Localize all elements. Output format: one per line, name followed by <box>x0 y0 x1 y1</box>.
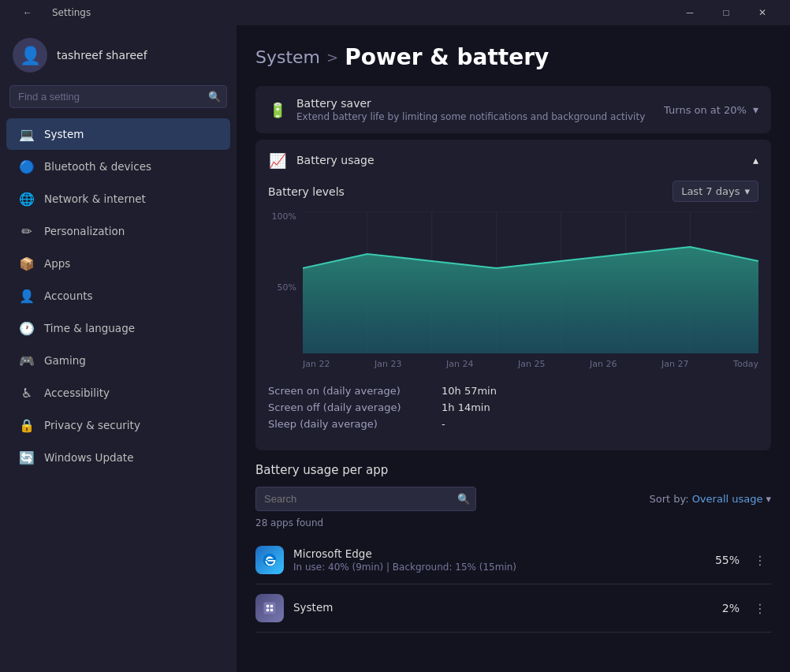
update-icon: 🔄 <box>19 450 35 465</box>
breadcrumb: System > Power & battery <box>255 44 771 70</box>
sidebar-item-label-network: Network & internet <box>44 192 146 205</box>
sidebar-item-label-accounts: Accounts <box>44 289 93 302</box>
battery-saver-desc: Extend battery life by limiting some not… <box>296 111 645 122</box>
titlebar-left: ← Settings <box>9 0 91 25</box>
app-usage-system: 2% <box>722 602 740 614</box>
sidebar-item-system[interactable]: 💻 System <box>6 118 230 150</box>
chart-x-label-jan27: Jan 27 <box>661 359 688 369</box>
app-icon-edge <box>255 546 284 574</box>
period-dropdown[interactable]: Last 7 days ▾ <box>673 181 758 202</box>
svg-rect-10 <box>264 603 276 614</box>
gaming-icon: 🎮 <box>19 353 35 368</box>
close-button[interactable]: ✕ <box>744 0 781 25</box>
search-icon: 🔍 <box>208 91 221 103</box>
battery-usage-card: 📈 Battery usage ▴ Battery levels Last 7 … <box>255 140 771 450</box>
stat-sleep-label: Sleep (daily average) <box>268 418 442 430</box>
battery-saver-card: 🔋 Battery saver Extend battery life by l… <box>255 86 771 133</box>
app-row-system: System 2% ⋮ <box>255 584 771 633</box>
battery-saver-right: Turns on at 20% ▾ <box>664 103 758 116</box>
apps-found: 28 apps found <box>255 517 771 528</box>
svg-rect-12 <box>270 605 273 607</box>
battery-usage-header[interactable]: 📈 Battery usage ▴ <box>255 140 771 181</box>
sidebar-item-gaming[interactable]: 🎮 Gaming <box>6 345 230 376</box>
stat-screen-off-value: 1h 14min <box>442 401 490 413</box>
sidebar-item-label-accessibility: Accessibility <box>44 386 110 399</box>
stat-screen-on: Screen on (daily average) 10h 57min <box>268 385 758 397</box>
sidebar-item-accessibility[interactable]: ♿ Accessibility <box>6 377 230 409</box>
sidebar-item-label-privacy: Privacy & security <box>44 419 140 431</box>
svg-rect-11 <box>266 605 269 607</box>
chart-x-label-jan25: Jan 25 <box>518 359 545 369</box>
sidebar: 👤 tashreef shareef 🔍 💻 System 🔵 Bluetoot… <box>0 25 237 672</box>
chart-x-label-jan24: Jan 24 <box>446 359 473 369</box>
accessibility-icon: ♿ <box>19 385 35 401</box>
stat-sleep-value: - <box>442 418 445 430</box>
titlebar: ← Settings ─ □ ✕ <box>0 0 790 25</box>
breadcrumb-separator: > <box>326 49 338 65</box>
chart-area <box>303 211 758 353</box>
main-content: System > Power & battery 🔋 Battery saver… <box>237 25 790 672</box>
sidebar-item-apps[interactable]: 📦 Apps <box>6 248 230 279</box>
sidebar-item-network[interactable]: 🌐 Network & internet <box>6 183 230 215</box>
battery-saver-header[interactable]: 🔋 Battery saver Extend battery life by l… <box>255 86 771 133</box>
app-info-system: System <box>293 601 722 615</box>
back-button[interactable]: ← <box>9 0 46 25</box>
app-info-edge: Microsoft Edge In use: 40% (9min) | Back… <box>293 547 715 573</box>
nav-list: 💻 System 🔵 Bluetooth & devices 🌐 Network… <box>0 118 237 474</box>
app-detail-edge: In use: 40% (9min) | Background: 15% (15… <box>293 562 715 573</box>
user-section: 👤 tashreef shareef <box>0 25 237 82</box>
app-name-system: System <box>293 601 722 614</box>
chart-y-label-100: 100% <box>268 211 296 222</box>
username: tashreef shareef <box>57 49 147 62</box>
stat-screen-off: Screen off (daily average) 1h 14min <box>268 401 758 413</box>
battery-levels-header: Battery levels Last 7 days ▾ <box>268 181 758 202</box>
time-icon: 🕐 <box>19 320 35 336</box>
sidebar-item-privacy[interactable]: 🔒 Privacy & security <box>6 409 230 441</box>
apps-icon: 📦 <box>19 256 35 271</box>
sort-by-label: Sort by: <box>649 493 688 505</box>
app-name-edge: Microsoft Edge <box>293 547 715 560</box>
app-search-icon: 🔍 <box>457 493 470 505</box>
sidebar-item-label-personalization: Personalization <box>44 225 125 237</box>
sidebar-search-box: 🔍 <box>9 85 227 108</box>
app-more-edge[interactable]: ⋮ <box>749 549 771 571</box>
app-search-input[interactable] <box>255 487 476 511</box>
app-more-system[interactable]: ⋮ <box>749 597 771 619</box>
close-icon: ✕ <box>758 7 766 18</box>
period-label: Last 7 days <box>681 185 740 197</box>
sidebar-item-label-gaming: Gaming <box>44 354 86 367</box>
stat-screen-on-value: 10h 57min <box>442 385 497 397</box>
chart-x-label-jan26: Jan 26 <box>590 359 617 369</box>
sidebar-item-accounts[interactable]: 👤 Accounts <box>6 280 230 312</box>
battery-chart: 100% 50% <box>268 211 758 369</box>
app-search-row: 🔍 Sort by: Overall usage ▾ <box>255 487 771 511</box>
chart-y-label-50: 50% <box>268 282 296 293</box>
battery-chart-section: Battery levels Last 7 days ▾ 100% 50% <box>255 181 771 450</box>
battery-levels-title: Battery levels <box>268 185 345 198</box>
sidebar-item-update[interactable]: 🔄 Windows Update <box>6 442 230 473</box>
per-app-section: Battery usage per app 🔍 Sort by: Overall… <box>255 463 771 633</box>
sidebar-item-bluetooth[interactable]: 🔵 Bluetooth & devices <box>6 151 230 182</box>
chart-x-label-jan23: Jan 23 <box>375 359 401 369</box>
search-input[interactable] <box>9 85 227 108</box>
per-app-title: Battery usage per app <box>255 463 771 477</box>
avatar[interactable]: 👤 <box>13 38 47 73</box>
battery-saver-header-left: 🔋 Battery saver Extend battery life by l… <box>268 97 645 122</box>
period-chevron: ▾ <box>744 185 750 197</box>
svg-marker-9 <box>303 247 758 353</box>
sidebar-item-personalization[interactable]: ✏️ Personalization <box>6 215 230 247</box>
battery-saver-icon: 🔋 <box>268 100 287 119</box>
sidebar-item-time[interactable]: 🕐 Time & language <box>6 312 230 344</box>
svg-rect-14 <box>270 609 273 611</box>
app-icon-system <box>255 594 284 622</box>
breadcrumb-parent[interactable]: System <box>255 47 320 67</box>
battery-saver-title: Battery saver <box>296 97 645 110</box>
battery-saver-info: Battery saver Extend battery life by lim… <box>296 97 645 122</box>
network-icon: 🌐 <box>19 191 35 207</box>
sort-by-dropdown[interactable]: Sort by: Overall usage ▾ <box>649 493 771 505</box>
app-row-edge: Microsoft Edge In use: 40% (9min) | Back… <box>255 536 771 584</box>
privacy-icon: 🔒 <box>19 417 35 433</box>
sidebar-item-label-update: Windows Update <box>44 451 133 464</box>
minimize-button[interactable]: ─ <box>672 0 708 25</box>
maximize-button[interactable]: □ <box>708 0 744 25</box>
